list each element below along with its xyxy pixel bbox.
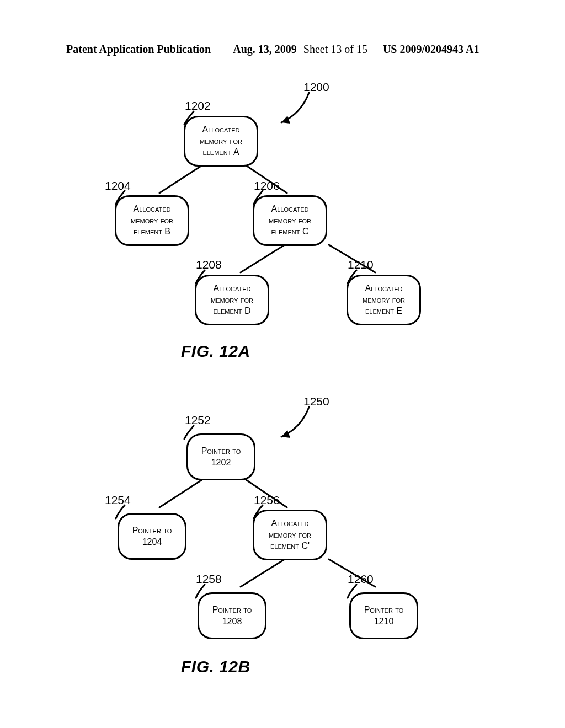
ref-1258: 1258 — [196, 572, 222, 586]
node-element-c: Allocated memory for element C — [253, 195, 327, 246]
header-pub-number: US 2009/0204943 A1 — [383, 43, 479, 56]
node-element-c-text: Allocated memory for element C — [258, 204, 322, 237]
ref-1210: 1210 — [348, 258, 374, 271]
node-element-a: Allocated memory for element A — [184, 116, 258, 167]
node-pointer-1204-text: Pointer to 1204 — [122, 525, 182, 548]
node-pointer-1208-text: Pointer to 1208 — [202, 604, 262, 627]
svg-line-2 — [241, 245, 285, 272]
ref-1252: 1252 — [185, 414, 211, 427]
header-sheet: Sheet 13 of 15 — [303, 43, 367, 56]
node-element-a-text: Allocated memory for element A — [189, 124, 253, 158]
svg-line-6 — [241, 559, 285, 587]
ref-1200: 1200 — [303, 81, 329, 94]
node-pointer-1204: Pointer to 1204 — [118, 513, 186, 560]
header-publication-type: Patent Application Publication — [66, 43, 211, 56]
ref-1202: 1202 — [185, 99, 211, 113]
node-element-b-text: Allocated memory for element B — [120, 204, 184, 237]
node-element-d-text: Allocated memory for element D — [200, 283, 264, 317]
page: Patent Application Publication Aug. 13, … — [0, 0, 565, 728]
ref-1254: 1254 — [105, 494, 131, 507]
node-pointer-1210: Pointer to 1210 — [349, 592, 418, 639]
svg-line-4 — [159, 480, 202, 507]
ref-1206: 1206 — [254, 179, 280, 192]
ref-1260: 1260 — [348, 572, 374, 586]
node-element-c-prime-text: Allocated memory for element C' — [258, 518, 322, 552]
ref-1204: 1204 — [105, 179, 131, 192]
node-pointer-1210-text: Pointer to 1210 — [354, 604, 413, 627]
node-pointer-1202-text: Pointer to 1202 — [191, 446, 250, 468]
svg-marker-8 — [281, 116, 290, 124]
figure-12b-label: FIG. 12B — [181, 657, 250, 676]
figure-12a-label: FIG. 12A — [181, 342, 250, 361]
node-element-c-prime: Allocated memory for element C' — [253, 510, 327, 560]
svg-line-0 — [159, 165, 202, 193]
header-date: Aug. 13, 2009 — [233, 43, 297, 56]
node-pointer-1202: Pointer to 1202 — [186, 433, 255, 480]
node-pointer-1208: Pointer to 1208 — [198, 592, 266, 639]
ref-1256: 1256 — [254, 494, 280, 507]
connectors-layer — [0, 0, 565, 728]
node-element-d: Allocated memory for element D — [195, 275, 269, 325]
ref-1250: 1250 — [303, 395, 329, 408]
node-element-e-text: Allocated memory for element E — [351, 283, 416, 317]
node-element-b: Allocated memory for element B — [115, 195, 189, 246]
svg-marker-9 — [281, 430, 290, 438]
page-header: Patent Application Publication Aug. 13, … — [0, 43, 565, 56]
node-element-e: Allocated memory for element E — [347, 275, 421, 325]
ref-1208: 1208 — [196, 258, 222, 271]
